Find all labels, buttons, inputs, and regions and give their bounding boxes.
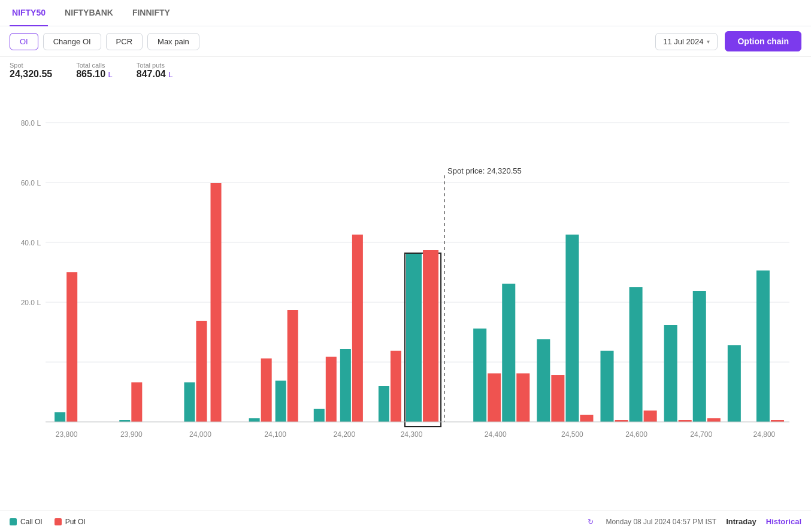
bar-put [288,310,298,422]
bar-put [131,382,142,422]
spot-stat: Spot 24,320.55 [10,62,52,80]
bar-call [600,351,613,422]
legend-put-oi: Put OI [55,518,86,526]
svg-text:60.0 L: 60.0 L [21,179,41,187]
bar-put [196,321,207,422]
tab-nifty50[interactable]: NIFTY50 [10,0,48,26]
svg-text:23,800: 23,800 [56,430,78,439]
bar-put [326,357,337,422]
spot-label: Spot [10,62,52,69]
svg-text:24,400: 24,400 [485,430,507,439]
bar-put [707,418,721,422]
svg-text:24,100: 24,100 [264,430,286,439]
svg-text:Spot price: 24,320.55: Spot price: 24,320.55 [447,166,522,175]
top-nav: NIFTY50 NIFTYBANK FINNIFTY [0,0,811,26]
svg-text:23,900: 23,900 [120,430,143,439]
option-chain-button[interactable]: Option chain [725,31,801,51]
legend-call-oi-label: Call OI [20,518,43,526]
svg-text:40.0 L: 40.0 L [21,239,41,247]
footer: Call OI Put OI ↻ Monday 08 Jul 2024 04:5… [0,510,811,532]
refresh-timestamp: Monday 08 Jul 2024 04:57 PM IST [606,518,716,526]
refresh-icon: ↻ [588,518,594,526]
oi-button[interactable]: OI [10,33,38,50]
bar-call [473,329,486,422]
bar-put-highlight [423,250,438,422]
bar-call [630,287,643,422]
calls-value: 865.10 L [76,69,113,80]
bar-chart: 80.0 L 60.0 L 40.0 L 20.0 L [10,87,801,470]
bar-call [693,291,706,422]
bar-put [352,235,363,422]
change-oi-button[interactable]: Change OI [43,33,101,50]
toolbar-right: 11 Jul 2024 ▾ Option chain [655,31,801,51]
toolbar-left: OI Change OI PCR Max pain [10,33,650,50]
bar-call [537,339,550,422]
bar-put [644,411,657,422]
bar-put [488,373,501,422]
bar-put [551,375,564,422]
bar-call [379,386,389,422]
tab-finnifty[interactable]: FINNIFTY [130,0,173,26]
bar-call [502,284,515,422]
call-oi-color-dot [10,518,17,525]
bar-put [261,358,272,422]
svg-text:24,600: 24,600 [625,430,647,439]
svg-text:24,000: 24,000 [189,430,211,439]
bar-call-highlight [406,254,422,422]
historical-button[interactable]: Historical [766,517,801,526]
max-pain-button[interactable]: Max pain [147,33,199,50]
bar-put [516,373,529,422]
date-label: 11 Jul 2024 [663,37,703,46]
calls-label: Total calls [76,62,113,69]
svg-text:24,500: 24,500 [561,430,583,439]
chevron-down-icon: ▾ [707,38,710,45]
puts-value: 847.04 L [137,69,173,80]
bar-call [249,418,260,422]
svg-text:80.0 L: 80.0 L [21,119,41,127]
chart-container: 80.0 L 60.0 L 40.0 L 20.0 L [10,87,801,470]
legend-put-oi-label: Put OI [65,518,86,526]
toolbar: OI Change OI PCR Max pain 11 Jul 2024 ▾ … [0,26,811,57]
bar-call [756,270,770,422]
puts-label: Total puts [137,62,173,69]
bar-call [340,349,351,422]
chart-legend: Call OI Put OI [10,518,588,526]
intraday-button[interactable]: Intraday [726,517,756,526]
svg-text:24,700: 24,700 [690,430,712,439]
bar-call [664,325,677,422]
bar-call [184,382,195,422]
date-picker[interactable]: 11 Jul 2024 ▾ [655,33,718,50]
calls-stat: Total calls 865.10 L [76,62,113,80]
puts-stat: Total puts 847.04 L [137,62,173,80]
bar-put-tall [211,183,222,422]
svg-text:24,200: 24,200 [333,430,355,439]
spot-value: 24,320.55 [10,69,52,80]
svg-text:20.0 L: 20.0 L [21,299,41,307]
bar-call [276,381,286,422]
stats-row: Spot 24,320.55 Total calls 865.10 L Tota… [0,57,811,82]
bar-call [55,412,65,422]
bar-call [728,345,741,422]
put-oi-color-dot [55,518,62,525]
legend-call-oi: Call OI [10,518,43,526]
bar-put [391,351,401,422]
chart-area: 80.0 L 60.0 L 40.0 L 20.0 L [0,82,811,470]
bar-call [314,409,325,422]
footer-right: ↻ Monday 08 Jul 2024 04:57 PM IST Intrad… [588,517,801,526]
bar-put [580,415,593,422]
svg-text:24,300: 24,300 [401,430,423,439]
svg-text:24,800: 24,800 [753,430,776,439]
pcr-button[interactable]: PCR [106,33,143,50]
tab-niftybank[interactable]: NIFTYBANK [62,0,116,26]
bar-call [565,235,579,422]
bar-put [66,272,77,422]
